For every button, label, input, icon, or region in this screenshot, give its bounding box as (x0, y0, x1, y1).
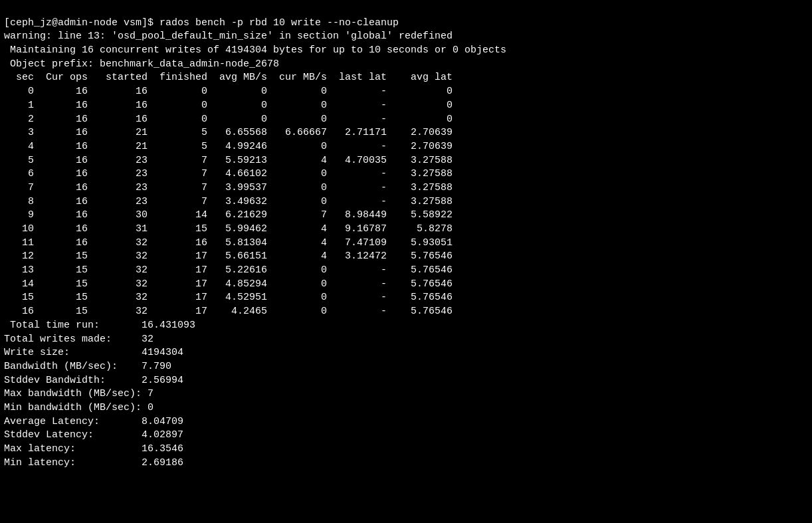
terminal-line-32: Max latency: 16.3546 (4, 443, 808, 457)
terminal-line-28: Max bandwidth (MB/sec): 7 (4, 387, 808, 401)
terminal-line-12: 7 16 23 7 3.99537 0 - 3.27588 (4, 181, 808, 195)
terminal-line-13: 8 16 23 7 3.49632 0 - 3.27588 (4, 195, 808, 209)
terminal-line-25: Bandwidth (MB/sec): 7.790 (4, 360, 808, 374)
terminal-line-33: Min latency: 2.69186 (4, 457, 808, 471)
terminal-line-22: Total time run: 16.431093 (4, 319, 808, 333)
terminal-line-27: Stddev Bandwidth: 2.56994 (4, 374, 808, 388)
terminal-line-11: 6 16 23 7 4.66102 0 - 3.27588 (4, 167, 808, 181)
terminal-line-16: 11 16 32 16 5.81304 4 7.47109 5.93051 (4, 237, 808, 251)
terminal-line-23: Total writes made: 32 (4, 333, 808, 347)
terminal-line-19: 14 15 32 17 4.85294 0 - 5.76546 (4, 278, 808, 292)
terminal-output: [ceph_jz@admin-node vsm]$ rados bench -p… (4, 3, 808, 470)
terminal-line-31: Stddev Latency: 4.02897 (4, 429, 808, 443)
terminal-line-18: 13 15 32 17 5.22616 0 - 5.76546 (4, 264, 808, 278)
terminal-line-5: 0 16 16 0 0 0 - 0 (4, 85, 808, 99)
terminal-line-3: Object prefix: benchmark_data_admin-node… (4, 58, 808, 72)
terminal-line-1: warning: line 13: 'osd_pool_default_min_… (4, 30, 808, 44)
terminal-line-8: 3 16 21 5 6.65568 6.66667 2.71171 2.7063… (4, 126, 808, 140)
terminal-line-30: Average Latency: 8.04709 (4, 415, 808, 429)
terminal-line-21: 16 15 32 17 4.2465 0 - 5.76546 (4, 305, 808, 319)
terminal-line-9: 4 16 21 5 4.99246 0 - 2.70639 (4, 140, 808, 154)
terminal-line-24: Write size: 4194304 (4, 346, 808, 360)
terminal-line-7: 2 16 16 0 0 0 - 0 (4, 113, 808, 127)
terminal-line-10: 5 16 23 7 5.59213 4 4.70035 3.27588 (4, 154, 808, 168)
terminal-line-6: 1 16 16 0 0 0 - 0 (4, 99, 808, 113)
terminal-line-4: sec Cur ops started finished avg MB/s cu… (4, 71, 808, 85)
terminal-line-2: Maintaining 16 concurrent writes of 4194… (4, 44, 808, 58)
terminal-line-0: [ceph_jz@admin-node vsm]$ rados bench -p… (4, 17, 808, 31)
terminal-line-17: 12 15 32 17 5.66151 4 3.12472 5.76546 (4, 250, 808, 264)
terminal-line-29: Min bandwidth (MB/sec): 0 (4, 401, 808, 415)
terminal-line-14: 9 16 30 14 6.21629 7 8.98449 5.58922 (4, 209, 808, 223)
terminal-line-15: 10 16 31 15 5.99462 4 9.16787 5.8278 (4, 223, 808, 237)
terminal-line-20: 15 15 32 17 4.52951 0 - 5.76546 (4, 291, 808, 305)
